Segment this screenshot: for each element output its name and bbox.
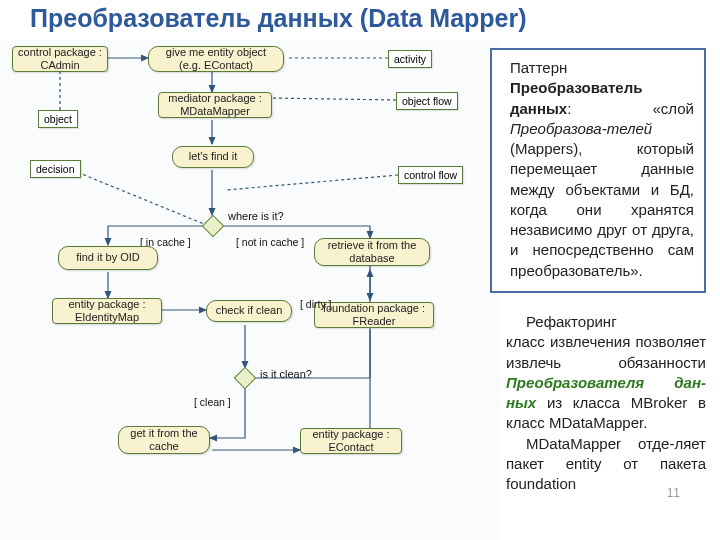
note-activity: activity [388,50,432,68]
note-control-flow: control flow [398,166,463,184]
node-give-entity: give me entity object(e.g. EContact) [148,46,284,72]
label-is-clean: is it clean? [260,368,312,380]
refactoring-description: Рефакторинг класс извлечения позволяет и… [506,312,706,494]
node-lets-find: let's find it [172,146,254,168]
note-object-flow: object flow [396,92,458,110]
node-entity-identity-map: entity package :EIdentityMap [52,298,162,324]
pattern-description-box: Паттерн Преобразователь данных: «слой Пр… [490,48,706,293]
guard-not-in-cache: [ not in cache ] [236,236,304,248]
node-check-clean: check if clean [206,300,292,322]
decision-clean [234,367,257,390]
node-entity-econtact: entity package :EContact [300,428,402,454]
info-p1-d: Преобразова-телей [510,120,652,137]
node-foundation-package: foundation package :FReader [314,302,434,328]
guard-clean: [ clean ] [194,396,231,408]
activity-diagram: control package :CAdmin give me entity o… [0,40,500,540]
info-p1-a: Паттерн [510,59,567,76]
svg-line-11 [270,98,396,100]
info-p1-c: : «слой [567,100,694,117]
p2-a: Рефакторинг [526,313,617,330]
note-object: object [38,110,78,128]
decision-where [202,215,225,238]
p2-b: класс извлечения [506,333,630,350]
note-decision: decision [30,160,81,178]
info-p1-e: (Mappers), который перемещает данные меж… [510,140,694,279]
node-find-by-oid: find it by OID [58,246,158,270]
label-where-is-it: where is it? [228,210,284,222]
node-retrieve-db: retrieve it from thedatabase [314,238,430,266]
svg-line-12 [226,175,398,190]
page-title: Преобразователь данных (Data Mapper) [30,4,527,33]
svg-line-9 [72,170,204,224]
node-mediator-package: mediator package :MDataMapper [158,92,272,118]
guard-dirty: [ dirty ] [300,298,332,310]
p2-e: из класса MBroker в класс MDataMapper. [506,394,706,431]
node-get-from-cache: get it from thecache [118,426,210,454]
page-number: 11 [667,486,680,500]
node-control-package: control package :CAdmin [12,46,108,72]
